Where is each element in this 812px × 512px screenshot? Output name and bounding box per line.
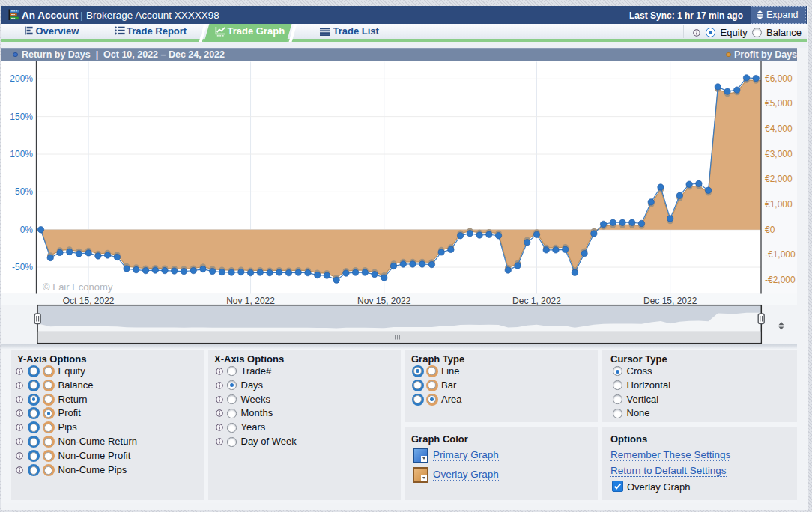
svg-text:€0: €0 xyxy=(765,225,775,235)
svg-text:-€1,000: -€1,000 xyxy=(765,249,796,260)
svg-text:€1,000: €1,000 xyxy=(765,199,793,210)
svg-text:-50%: -50% xyxy=(12,262,33,272)
svg-text:Nov 15, 2022: Nov 15, 2022 xyxy=(357,296,411,306)
svg-text:200%: 200% xyxy=(10,73,33,84)
svg-text:Dec 15, 2022: Dec 15, 2022 xyxy=(643,296,697,306)
svg-text:€6,000: €6,000 xyxy=(765,73,793,84)
svg-text:-€2,000: -€2,000 xyxy=(765,275,796,285)
svg-text:€2,000: €2,000 xyxy=(765,174,793,184)
svg-text:© Fair Economy: © Fair Economy xyxy=(43,281,113,293)
svg-text:0%: 0% xyxy=(20,225,34,235)
svg-text:€3,000: €3,000 xyxy=(765,149,793,159)
svg-text:100%: 100% xyxy=(10,149,33,159)
svg-text:Oct 15, 2022: Oct 15, 2022 xyxy=(63,296,115,306)
svg-text:Nov 1, 2022: Nov 1, 2022 xyxy=(226,296,275,306)
svg-text:€5,000: €5,000 xyxy=(765,98,793,109)
svg-text:150%: 150% xyxy=(10,112,33,122)
svg-text:€4,000: €4,000 xyxy=(765,124,793,134)
svg-text:50%: 50% xyxy=(15,186,33,197)
svg-text:Dec 1, 2022: Dec 1, 2022 xyxy=(512,296,561,306)
